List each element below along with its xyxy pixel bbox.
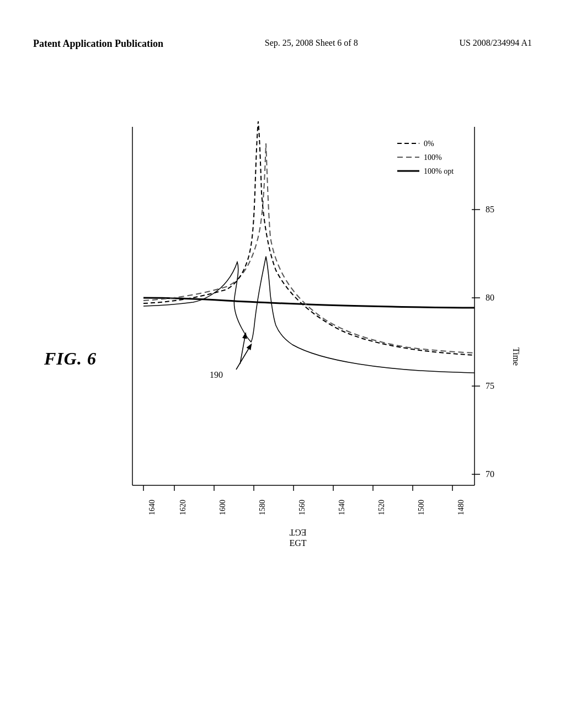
svg-text:190: 190 [210,370,223,379]
svg-text:85: 85 [486,205,494,214]
svg-text:Time: Time [511,347,521,366]
figure-area: FIG. 6 70 75 80 85 [33,99,532,618]
svg-text:1620: 1620 [179,500,187,515]
svg-text:EGT: EGT [289,528,306,537]
publication-label: Patent Application Publication [33,37,163,51]
svg-text:100%: 100% [424,153,442,162]
svg-text:70: 70 [486,469,494,479]
svg-text:75: 75 [486,381,494,390]
svg-text:0%: 0% [424,140,434,148]
svg-text:1560: 1560 [298,500,306,515]
page: Patent Application Publication Sep. 25, … [0,0,565,728]
chart-svg: 70 75 80 85 Time 1480 1500 1520 1540 [88,99,541,596]
svg-text:1500: 1500 [417,500,425,515]
svg-text:1600: 1600 [218,500,227,515]
svg-text:1480: 1480 [457,500,465,515]
svg-text:1580: 1580 [258,500,266,515]
svg-text:1640: 1640 [148,500,156,515]
svg-text:1540: 1540 [338,500,346,515]
svg-line-32 [240,334,246,364]
header: Patent Application Publication Sep. 25, … [0,37,565,51]
svg-text:80: 80 [486,293,494,302]
svg-line-33 [236,345,251,370]
svg-text:100% opt: 100% opt [424,167,454,175]
sheet-info: Sep. 25, 2008 Sheet 6 of 8 [265,37,358,49]
svg-text:EGT: EGT [289,538,306,548]
patent-number: US 2008/234994 A1 [459,37,532,49]
svg-text:1520: 1520 [377,500,386,515]
